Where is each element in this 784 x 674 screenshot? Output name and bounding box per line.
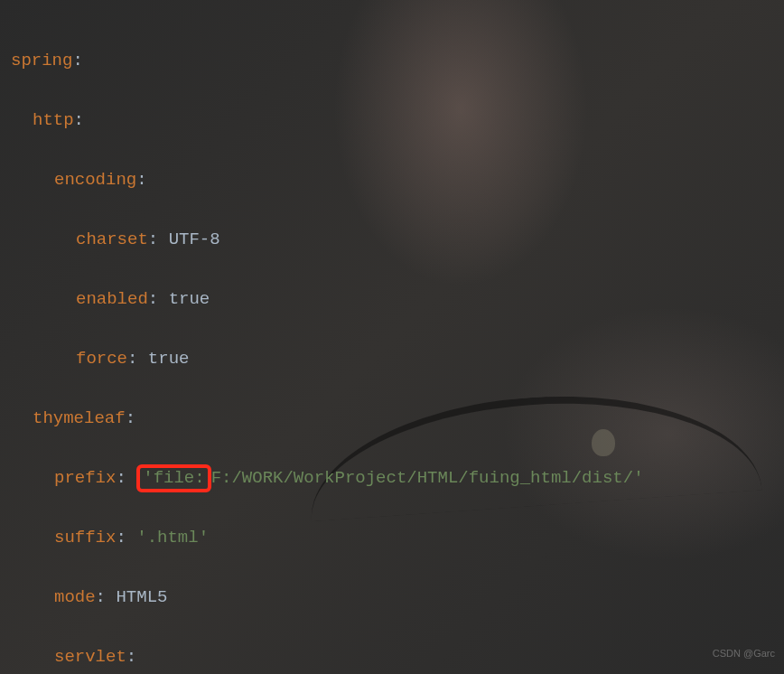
value-mode: HTML5 (116, 587, 167, 607)
key-spring: spring (11, 51, 72, 70)
yaml-code-block: spring: http: encoding: charset: UTF-8 e… (0, 0, 784, 674)
line-servlet: servlet: (11, 642, 773, 672)
key-charset: charset (76, 229, 148, 249)
value-enabled: true (169, 289, 210, 309)
line-spring: spring: (11, 46, 773, 76)
key-suffix: suffix (54, 528, 116, 548)
key-prefix: prefix (54, 468, 116, 488)
key-encoding: encoding (54, 170, 136, 190)
watermark: CSDN @Garc (713, 639, 775, 669)
line-mode: mode: HTML5 (11, 583, 773, 613)
line-suffix: suffix: '.html' (11, 523, 773, 553)
value-force: true (148, 349, 190, 369)
key-force: force (76, 349, 127, 369)
key-enabled: enabled (76, 289, 148, 309)
line-encoding: encoding: (11, 165, 773, 195)
line-charset: charset: UTF-8 (11, 225, 773, 255)
key-thymeleaf: thymeleaf (33, 408, 126, 428)
line-force: force: true (11, 344, 773, 374)
line-http: http: (11, 106, 773, 136)
highlight-file-prefix: 'file: (136, 464, 210, 492)
line-enabled: enabled: true (11, 285, 773, 314)
value-suffix: '.html' (136, 528, 209, 548)
key-http: http (33, 110, 74, 130)
line-thymeleaf: thymeleaf: (11, 404, 773, 434)
key-servlet: servlet (54, 647, 126, 667)
value-prefix-path: F:/WORK/WorkProject/HTML/fuing_html/dist… (211, 468, 644, 488)
line-prefix: prefix: 'file:F:/WORK/WorkProject/HTML/f… (11, 463, 773, 493)
key-mode: mode (54, 587, 96, 607)
value-charset: UTF-8 (169, 229, 220, 249)
